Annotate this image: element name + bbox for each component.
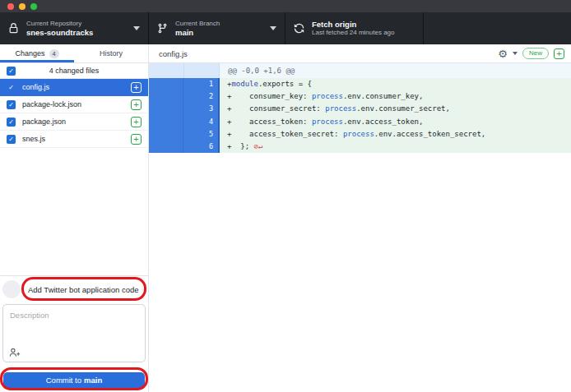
lock-icon [8,23,19,34]
chevron-down-icon [133,26,140,30]
changed-files-header: ✓ 4 changed files [0,63,148,79]
close-window-button[interactable] [7,3,14,10]
tab-and-diff-header-row: Changes 4 History config.js ⚙ New + [0,44,571,63]
file-name: config.js [22,83,124,91]
diff-line-2[interactable]: 2+ consumer_key: process.env.consumer_ke… [149,90,571,103]
commit-description-box [2,304,146,362]
diff-line-code: +module.exports = { [220,78,571,90]
current-repository-name: snes-soundtracks [26,28,93,38]
diff-line-gutter[interactable]: 6 [149,141,220,153]
include-file-checkbox[interactable]: ✓ [7,100,16,109]
include-file-checkbox[interactable]: ✓ [7,135,16,144]
fetch-origin-label: Fetch origin [312,20,395,30]
tab-changes-label: Changes [15,49,44,58]
diff-line-gutter[interactable]: 4 [149,116,220,128]
diff-line-number: 3 [183,103,218,115]
diff-line-number: 4 [183,116,218,128]
current-branch-label: Current Branch [175,20,220,28]
current-branch-button[interactable]: Current Branch main [149,12,286,44]
diff-line-code: + access_token: process.env.access_token… [220,116,571,128]
diff-line-4[interactable]: 4+ access_token: process.env.access_toke… [149,116,571,128]
hunk-header-text: @@ -0,0 +1,6 @@ [220,63,571,78]
file-name: snes.js [22,135,124,143]
added-file-icon: + [131,82,142,93]
diff-line-6[interactable]: 6+ }; ⊘↵ [149,141,571,153]
added-file-icon: + [131,134,142,145]
minimize-window-button[interactable] [19,3,26,10]
diff-line-number: 6 [183,141,218,153]
added-file-icon: + [131,117,142,127]
titlebar [0,0,571,12]
current-branch-name: main [175,28,220,38]
commit-summary-input[interactable] [25,281,144,298]
current-repository-label: Current Repository [26,20,93,28]
zoom-window-button[interactable] [30,3,37,10]
diff-lines: 1+module.exports = {2+ consumer_key: pro… [149,78,571,153]
chevron-down-icon [270,26,276,30]
diff-header: config.js ⚙ New + [149,44,571,62]
toolbar: Current Repository snes-soundtracks Curr… [0,12,571,44]
file-list: ✓config.js+✓package-lock.json+✓package.j… [0,79,148,148]
file-row-package-lock.json[interactable]: ✓package-lock.json+ [0,96,148,113]
diff-line-code: + consumer_key: process.env.consumer_key… [220,90,571,103]
commit-button-branch: main [84,376,102,385]
diff-line-1[interactable]: 1+module.exports = { [149,78,571,90]
file-name: package.json [22,118,124,126]
diff-file-name: config.js [159,49,188,58]
avatar [2,280,21,298]
diff-line-gutter[interactable]: 3 [149,103,220,115]
git-branch-icon [157,23,168,34]
commit-form: Commit to main [0,275,148,392]
sidebar-tabs: Changes 4 History [0,44,149,62]
diff-line-gutter[interactable]: 1 [149,78,220,90]
file-row-package.json[interactable]: ✓package.json+ [0,113,148,131]
tab-history[interactable]: History [74,44,148,62]
diff-line-number: 5 [183,128,218,141]
chevron-down-icon[interactable] [513,52,518,55]
new-file-badge: New [522,48,549,59]
diff-line-code: + }; ⊘↵ [220,141,571,153]
select-all-checkbox[interactable]: ✓ [7,67,16,76]
commit-button[interactable]: Commit to main [3,372,145,388]
file-row-snes.js[interactable]: ✓snes.js+ [0,131,148,148]
diff-line-3[interactable]: 3+ consumer_secret: process.env.consumer… [149,103,571,115]
commit-button-text: Commit to [46,376,81,385]
app-window: Current Repository snes-soundtracks Curr… [0,0,571,392]
diff-line-code: + access_token_secret: process.env.acces… [220,128,571,141]
diff-line-number: 1 [183,78,218,90]
include-file-checkbox[interactable]: ✓ [7,83,16,92]
tab-changes[interactable]: Changes 4 [0,44,74,62]
diff-line-number: 2 [183,90,218,103]
diff-line-gutter[interactable]: 2 [149,90,220,103]
add-coauthor-icon[interactable] [9,348,21,357]
sync-icon [294,23,304,34]
fetch-origin-button[interactable]: Fetch origin Last fetched 24 minutes ago [286,12,424,44]
changes-count-badge: 4 [49,49,59,58]
file-row-config.js[interactable]: ✓config.js+ [0,79,148,96]
hunk-header-row: @@ -0,0 +1,6 @@ [149,63,571,78]
commit-description-input[interactable] [3,305,145,348]
diff-line-code: + consumer_secret: process.env.consumer_… [220,103,571,115]
tab-history-label: History [100,49,123,58]
diff-line-gutter[interactable]: 5 [149,128,220,141]
fetch-origin-status: Last fetched 24 minutes ago [312,29,395,37]
added-file-icon: + [131,99,142,110]
file-name: package-lock.json [22,100,124,108]
gear-icon[interactable]: ⚙ [498,48,508,59]
expand-diff-button[interactable]: + [554,48,564,59]
diff-panel: @@ -0,0 +1,6 @@ 1+module.exports = {2+ c… [149,63,571,392]
changed-files-count: 4 changed files [49,67,100,75]
toolbar-empty-area [424,12,571,44]
include-file-checkbox[interactable]: ✓ [7,118,16,127]
diff-line-5[interactable]: 5+ access_token_secret: process.env.acce… [149,128,571,141]
current-repository-button[interactable]: Current Repository snes-soundtracks [0,12,149,44]
